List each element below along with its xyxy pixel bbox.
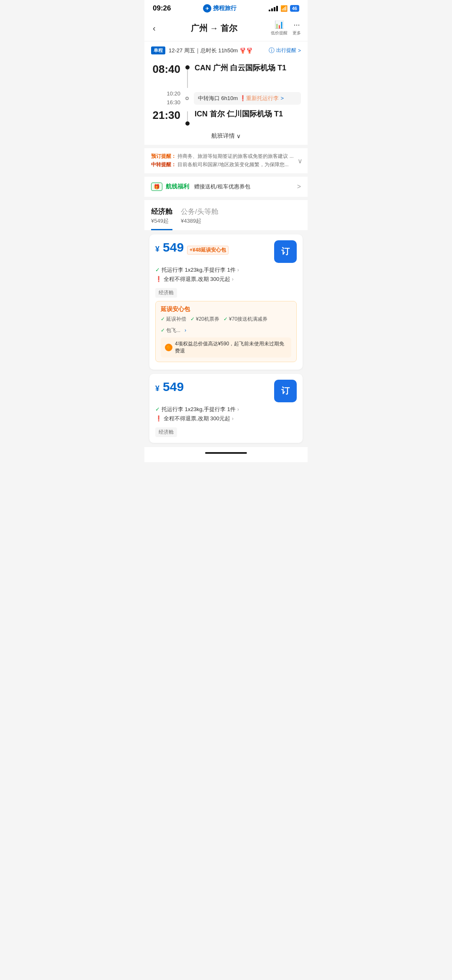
benefit-icon: 🎁 — [151, 183, 162, 191]
trip-type-tag: 单程 — [151, 46, 165, 54]
transfer-alert-label: 中转提醒： — [151, 162, 176, 167]
ticket-1-currency: ¥ — [155, 245, 159, 254]
ticket-1-refund-row[interactable]: ❗ 全程不得退票,改期 300元起 › — [155, 275, 297, 283]
page-title: 广州 → 首尔 — [157, 23, 271, 34]
ticket-1-luggage-row[interactable]: ✓ 托运行李 1x23kg,手提行李 1件 › — [155, 266, 297, 274]
ticket-2-book-button[interactable]: 订 — [274, 380, 297, 402]
ticket-card-2: ¥ 549 订 ✓ 托运行李 1x23kg,手提行李 1件 › ❗ 全程不得退票… — [149, 374, 303, 443]
delay-feature-3-label: ¥70接送机满减券 — [229, 316, 267, 323]
tab-business[interactable]: 公务/头等舱 ¥4389起 — [181, 207, 218, 230]
departure-time: 08:40 — [151, 63, 180, 76]
benefit-title: 航线福利 — [166, 183, 189, 190]
arrival-time: 21:30 — [151, 109, 180, 122]
more-label: 更多 — [293, 30, 301, 36]
ctrip-logo: ✈ 携程旅行 — [203, 4, 236, 13]
departure-airport: CAN 广州 白云国际机场 T1 — [195, 63, 286, 73]
flight-info-section: 单程 12-27 周五｜总时长 11h50m 🦞🦞 ⓘ 出行提醒 > 08:40… — [144, 41, 308, 145]
delay-check-3: ✓ — [223, 316, 228, 322]
transfer-dot — [185, 97, 189, 100]
signal-icon — [269, 6, 278, 11]
travel-reminder-button[interactable]: ⓘ 出行提醒 > — [269, 47, 301, 54]
ticket-1-addon: +¥48延误安心包 — [187, 246, 229, 255]
chevron-right-icon-1: › — [237, 267, 239, 273]
benefit-arrow-icon: > — [297, 183, 301, 190]
back-button[interactable]: ‹ — [151, 22, 157, 35]
arrival-row: 21:30 ICN 首尔 仁川国际机场 T1 — [151, 109, 301, 126]
delay-value-text: 4项权益总价值高达¥590，起飞前未使用未过期免费退 — [175, 340, 287, 355]
price-alert-button[interactable]: 📊 低价提醒 — [271, 20, 288, 36]
flight-detail-button[interactable]: 航班详情 ∨ — [151, 132, 301, 140]
transfer-info[interactable]: 中转海口 6h10m ❗重新托运行李 > — [194, 92, 301, 105]
check-icon-1: ✓ — [155, 267, 160, 273]
delay-banner-features: ✓ 延误补偿 ✓ ¥20机票券 ✓ ¥70接送机满减券 ✓ 包飞... › — [161, 316, 291, 334]
timeline-track-top — [185, 63, 190, 88]
timeline-line-bottom — [187, 111, 188, 121]
ticket-1-price-section: ¥ 549 +¥48延误安心包 — [155, 240, 229, 255]
trip-date-duration: 12-27 周五｜总时长 11h50m 🦞🦞 — [169, 47, 253, 54]
status-icons: 📶 46 — [269, 5, 299, 12]
delay-check-4: ✓ — [161, 327, 165, 333]
ticket-2-luggage-row[interactable]: ✓ 托运行李 1x23kg,手提行李 1件 › — [155, 406, 297, 413]
ticket-2-refund-row[interactable]: ❗ 全程不得退票,改期 300元起 › — [155, 415, 297, 422]
trip-meta: 单程 12-27 周五｜总时长 11h50m 🦞🦞 ⓘ 出行提醒 > — [151, 46, 301, 54]
arrival-dot — [185, 121, 190, 126]
check-icon-2: ✓ — [155, 406, 160, 412]
ctrip-app-name: 携程旅行 — [213, 5, 236, 12]
ticket-2-currency: ¥ — [155, 384, 159, 393]
chevron-right-icon: > — [298, 48, 301, 54]
travel-reminder-label: 出行提醒 — [276, 47, 296, 54]
delay-feature-2-label: ¥20机票券 — [196, 316, 219, 323]
expand-icon[interactable]: ∨ — [298, 157, 303, 165]
business-tab-label: 公务/头等舱 — [181, 207, 218, 216]
ticket-1-features: ✓ 托运行李 1x23kg,手提行李 1件 › ❗ 全程不得退票,改期 300元… — [155, 266, 297, 283]
ticket-2-price-line: ¥ 549 — [155, 380, 184, 394]
economy-tab-price: ¥549起 — [151, 217, 172, 225]
ctrip-logo-icon: ✈ — [203, 4, 211, 13]
delay-more-arrow[interactable]: › — [185, 327, 186, 333]
booking-alert: 预订提醒： 持商务、旅游等短期签证的旅客或免签的旅客建议 ... — [151, 152, 301, 160]
arrival-airport: ICN 首尔 仁川国际机场 T1 — [195, 109, 283, 119]
delay-feature-transfer-voucher: ✓ ¥70接送机满减券 — [223, 316, 267, 323]
header-actions: 📊 低价提醒 ··· 更多 — [271, 20, 301, 36]
economy-tab-label: 经济舱 — [151, 207, 172, 216]
delay-value-row: 🔶 4项权益总价值高达¥590，起飞前未使用未过期免费退 — [161, 337, 291, 358]
ticket-1-cabin-tag: 经济舱 — [155, 288, 177, 298]
ticket-1-book-button[interactable]: 订 — [274, 240, 297, 263]
timeline-line-top — [187, 69, 188, 88]
booking-alert-text: 持商务、旅游等短期签证的旅客或免签的旅客建议 ... — [177, 153, 293, 159]
transfer-time-1: 10:20 — [151, 90, 180, 98]
ticket-cards: ¥ 549 +¥48延误安心包 订 ✓ 托运行李 1x23kg,手提行李 1件 … — [144, 230, 308, 447]
ticket-2-features: ✓ 托运行李 1x23kg,手提行李 1件 › ❗ 全程不得退票,改期 300元… — [155, 406, 297, 422]
ticket-1-main-row: ¥ 549 +¥48延误安心包 订 — [155, 240, 297, 263]
transfer-warning: ❗重新托运行李 — [239, 95, 279, 102]
header: ‹ 广州 → 首尔 📊 低价提醒 ··· 更多 — [144, 15, 308, 41]
bottom-nav — [144, 447, 308, 462]
benefit-banner[interactable]: 🎁 航线福利 赠接送机/租车优惠券包 > — [144, 177, 308, 197]
transfer-alert-text: 目前各航司和国家/地区政策变化频繁，为保障您... — [177, 162, 288, 167]
tab-economy[interactable]: 经济舱 ¥549起 — [151, 207, 172, 230]
booking-alert-label: 预订提醒： — [151, 153, 176, 159]
status-bar: 09:26 ✈ 携程旅行 📶 46 — [144, 0, 308, 15]
delay-feature-4-label: 包飞... — [166, 327, 180, 334]
delay-check-1: ✓ — [161, 316, 165, 322]
delay-feature-more: ✓ 包飞... — [161, 327, 180, 334]
price-alert-label: 低价提醒 — [271, 30, 288, 36]
business-tab-price: ¥4389起 — [181, 217, 218, 225]
ticket-1-luggage-text: 托运行李 1x23kg,手提行李 1件 — [162, 266, 236, 274]
warn-icon-1: ❗ — [155, 276, 162, 282]
ticket-1-price-line: ¥ 549 +¥48延误安心包 — [155, 240, 229, 255]
cabin-tabs: 经济舱 ¥549起 公务/头等舱 ¥4389起 — [144, 200, 308, 230]
ticket-1-price: 549 — [163, 240, 184, 255]
flight-timeline: 08:40 CAN 广州 白云国际机场 T1 10:20 16:30 中转海口 … — [151, 61, 301, 127]
benefit-description: 赠接送机/租车优惠券包 — [194, 183, 250, 190]
transfer-luggage-link: > — [280, 95, 284, 101]
value-icon: 🔶 — [165, 344, 172, 351]
transfer-text: 中转海口 6h10m — [198, 95, 238, 102]
more-button[interactable]: ··· 更多 — [293, 21, 301, 36]
wifi-icon: 📶 — [280, 5, 288, 12]
ticket-2-price-section: ¥ 549 — [155, 380, 184, 394]
transfer-alert: 中转提醒： 目前各航司和国家/地区政策变化频繁，为保障您... — [151, 161, 301, 168]
ticket-2-cabin-tag: 经济舱 — [155, 427, 177, 437]
flight-detail-label: 航班详情 — [211, 132, 235, 140]
delay-banner-title: 延误安心包 — [161, 306, 291, 313]
